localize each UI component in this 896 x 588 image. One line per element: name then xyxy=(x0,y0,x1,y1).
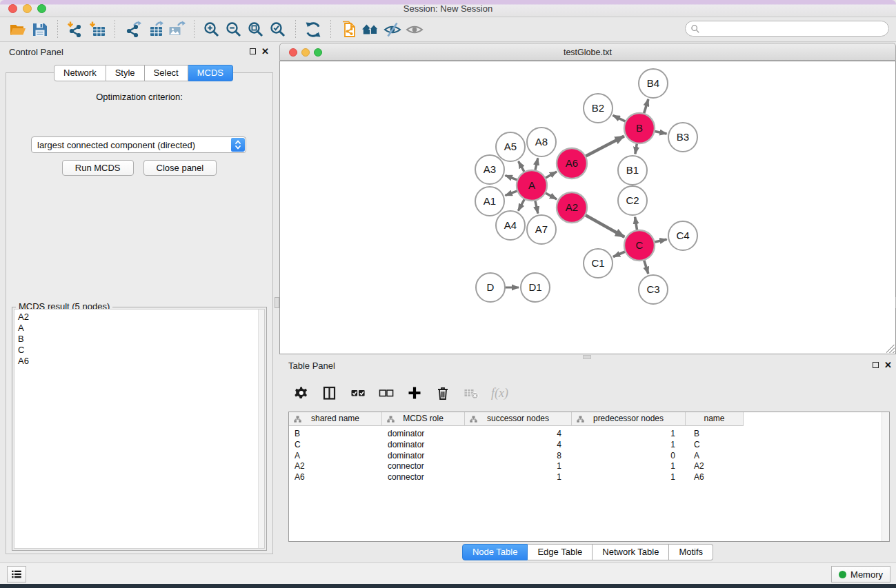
run-mcds-button[interactable]: Run MCDS xyxy=(62,160,134,176)
unchecked-pair-icon[interactable] xyxy=(378,385,395,401)
close-table-panel-icon[interactable]: ✕ xyxy=(884,361,892,369)
mcds-result-listbox[interactable]: A2ABCA6 xyxy=(14,309,265,549)
node-A1[interactable]: A1 xyxy=(475,187,504,216)
node-A4[interactable]: A4 xyxy=(496,211,525,240)
tab-node-table[interactable]: Node Table xyxy=(462,544,528,560)
import-table-icon[interactable] xyxy=(86,20,108,39)
table-cell: B xyxy=(289,429,382,440)
memory-button[interactable]: Memory xyxy=(831,566,890,582)
table-row[interactable]: A6connector11A6 xyxy=(289,472,882,483)
search-field[interactable] xyxy=(685,21,889,37)
table-row[interactable]: Cdominator41C xyxy=(289,440,882,451)
refresh-icon[interactable] xyxy=(302,20,324,39)
table-row[interactable]: Bdominator41B xyxy=(289,429,882,440)
node-A[interactable]: A xyxy=(517,170,547,201)
tab-motifs[interactable]: Motifs xyxy=(669,544,713,560)
node-A3[interactable]: A3 xyxy=(475,155,504,184)
node-A5[interactable]: A5 xyxy=(496,132,525,161)
node-B3[interactable]: B3 xyxy=(668,123,697,152)
node-C3[interactable]: C3 xyxy=(639,275,668,304)
node-D[interactable]: D xyxy=(476,273,505,302)
tab-network-table[interactable]: Network Table xyxy=(593,544,669,560)
svg-text:A2: A2 xyxy=(566,201,578,213)
search-input[interactable] xyxy=(700,23,888,35)
table-delete-disabled-icon[interactable] xyxy=(463,385,479,401)
column-header-name[interactable]: name xyxy=(686,412,744,426)
close-panel-button[interactable]: Close panel xyxy=(143,160,217,176)
node-C2[interactable]: C2 xyxy=(618,186,647,215)
result-scrollbar[interactable] xyxy=(258,310,264,548)
control-panel-header: Control Panel ✕ xyxy=(3,44,273,62)
column-header-predecessor-nodes[interactable]: predecessor nodes xyxy=(572,412,686,426)
trash-icon[interactable] xyxy=(435,385,451,401)
eye-icon[interactable] xyxy=(404,20,426,39)
mcds-result-item[interactable]: C xyxy=(14,345,264,356)
column-header-shared-name[interactable]: shared name xyxy=(289,412,382,426)
column-header-mcds-role[interactable]: MCDS role xyxy=(382,412,465,426)
svg-text:C3: C3 xyxy=(646,283,659,295)
mcds-result-item[interactable]: A6 xyxy=(14,356,264,367)
table-cell: dominator xyxy=(382,440,465,451)
node-A6[interactable]: A6 xyxy=(557,148,587,179)
mcds-result-groupbox: MCDS result (5 nodes) A2ABCA6 xyxy=(12,307,267,551)
column-header-successor-nodes[interactable]: successor nodes xyxy=(465,412,572,426)
column-split-icon[interactable] xyxy=(321,385,338,401)
open-folder-icon[interactable] xyxy=(7,20,29,39)
optimization-criterion-select[interactable]: largest connected component (directed) xyxy=(31,136,246,153)
zoom-out-icon[interactable] xyxy=(223,20,245,39)
tab-network[interactable]: Network xyxy=(54,65,106,81)
node-D1[interactable]: D1 xyxy=(521,273,550,302)
control-panel: Control Panel ✕ NetworkStyleSelectMCDS O… xyxy=(3,44,273,554)
mcds-result-item[interactable]: A2 xyxy=(14,312,264,323)
tab-edge-table[interactable]: Edge Table xyxy=(528,544,593,560)
table-scrollbar[interactable] xyxy=(882,412,889,541)
houses-icon[interactable] xyxy=(359,20,381,39)
gear-icon[interactable] xyxy=(293,385,310,401)
zoom-selected-icon[interactable] xyxy=(267,20,289,39)
node-B2[interactable]: B2 xyxy=(584,94,613,123)
import-network-icon[interactable] xyxy=(64,20,86,39)
network-canvas[interactable]: B4B2BB3A5A8A6A3B1AA1C2A2A4A7C4CC1DD1C3 xyxy=(279,61,896,354)
export-table-icon[interactable] xyxy=(143,20,166,39)
memory-label: Memory xyxy=(850,569,883,580)
network-window-titlebar[interactable]: testGlobe.txt xyxy=(279,43,896,61)
close-panel-icon[interactable]: ✕ xyxy=(261,48,269,55)
table-row[interactable]: Adominator80A xyxy=(289,451,882,462)
checked-pair-icon[interactable] xyxy=(350,385,366,401)
task-history-button[interactable] xyxy=(7,566,26,582)
node-B1[interactable]: B1 xyxy=(618,156,647,185)
network-document-icon[interactable] xyxy=(337,20,359,39)
node-B[interactable]: B xyxy=(624,113,655,143)
float-table-panel-icon[interactable] xyxy=(873,362,879,368)
zoom-fit-icon[interactable] xyxy=(245,20,267,39)
node-C4[interactable]: C4 xyxy=(668,221,697,250)
table-cell: 1 xyxy=(572,429,686,440)
export-image-icon[interactable] xyxy=(166,20,188,39)
table-cell: A xyxy=(289,451,382,462)
optimization-criterion-label: Optimization criterion: xyxy=(6,92,272,102)
divider-handle-left[interactable] xyxy=(275,297,279,308)
node-C[interactable]: C xyxy=(624,230,655,261)
session-title: Session: New Session xyxy=(0,3,896,14)
mcds-result-item[interactable]: B xyxy=(14,334,264,345)
float-panel-icon[interactable] xyxy=(250,48,256,54)
node-A8[interactable]: A8 xyxy=(527,128,556,156)
eye-slash-icon[interactable] xyxy=(381,20,404,39)
plus-icon[interactable] xyxy=(406,385,423,401)
tab-mcds[interactable]: MCDS xyxy=(188,65,233,81)
mcds-result-item[interactable]: A xyxy=(14,323,264,334)
node-A7[interactable]: A7 xyxy=(527,215,556,244)
node-B4[interactable]: B4 xyxy=(639,69,668,98)
node-A2[interactable]: A2 xyxy=(557,192,587,223)
tab-select[interactable]: Select xyxy=(145,65,188,81)
tab-style[interactable]: Style xyxy=(106,65,145,81)
table-header-row: shared name MCDS role successor nodes pr… xyxy=(289,412,744,426)
table-cell: A2 xyxy=(289,461,382,472)
table-row[interactable]: A2connector11A2 xyxy=(289,461,882,472)
node-C1[interactable]: C1 xyxy=(584,249,613,278)
zoom-in-icon[interactable] xyxy=(201,20,223,39)
export-network-icon[interactable] xyxy=(121,20,143,39)
save-floppy-icon[interactable] xyxy=(29,20,51,39)
network-canvas-svg: B4B2BB3A5A8A6A3B1AA1C2A2A4A7C4CC1DD1C3 xyxy=(280,61,895,354)
resize-grip-icon[interactable] xyxy=(886,345,895,353)
